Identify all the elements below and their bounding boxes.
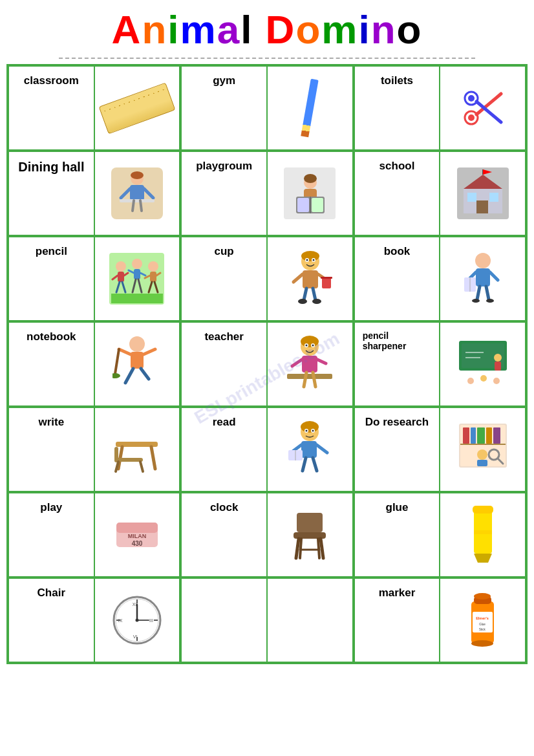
glue-stick-icon: Elmer's Glue Stick bbox=[465, 590, 500, 651]
domino-row-1-col-3: toilets bbox=[354, 65, 526, 151]
teacher-icon bbox=[284, 335, 335, 393]
svg-text:MILAN: MILAN bbox=[128, 533, 147, 539]
svg-line-107 bbox=[140, 462, 143, 471]
svg-point-35 bbox=[132, 259, 142, 269]
svg-point-169 bbox=[471, 640, 493, 647]
svg-point-5 bbox=[468, 95, 475, 102]
word-book: book bbox=[381, 243, 413, 261]
domino-row-3-col-1: pencil bbox=[8, 236, 180, 321]
svg-line-140 bbox=[321, 539, 323, 558]
svg-line-46 bbox=[155, 282, 158, 292]
svg-point-84 bbox=[306, 345, 308, 347]
svg-rect-124 bbox=[471, 427, 476, 444]
domino-row-6-col-1: play MILAN 430 bbox=[8, 492, 180, 578]
domino-row-5-col-3: Do research bbox=[354, 407, 526, 492]
word-read: read bbox=[210, 413, 239, 431]
svg-rect-19 bbox=[297, 198, 309, 212]
svg-point-62 bbox=[475, 253, 491, 268]
svg-rect-11 bbox=[120, 199, 155, 202]
svg-line-13 bbox=[140, 200, 142, 211]
svg-rect-105 bbox=[114, 447, 118, 462]
svg-line-33 bbox=[116, 282, 120, 292]
cell-img-research bbox=[440, 407, 526, 491]
svg-line-75 bbox=[144, 349, 155, 354]
domino-row-5-col-1: write bbox=[8, 407, 180, 492]
word-glue: glue bbox=[383, 499, 411, 517]
cell-img-pencil bbox=[267, 66, 353, 150]
svg-rect-126 bbox=[486, 427, 492, 444]
svg-point-113 bbox=[312, 430, 314, 432]
svg-point-81 bbox=[301, 336, 319, 347]
svg-rect-30 bbox=[118, 272, 124, 282]
svg-text:III: III bbox=[149, 618, 153, 623]
svg-line-31 bbox=[112, 275, 118, 279]
cell-img-kids-running bbox=[94, 237, 180, 321]
svg-point-98 bbox=[467, 378, 474, 384]
svg-rect-20 bbox=[312, 198, 323, 212]
cell-text-do-research: Do research bbox=[354, 407, 440, 491]
svg-line-87 bbox=[292, 360, 302, 366]
svg-line-12 bbox=[133, 200, 134, 211]
highlighter-icon bbox=[464, 504, 502, 566]
dancer-icon bbox=[112, 335, 161, 393]
word-pencil: pencil bbox=[33, 243, 70, 261]
svg-line-65 bbox=[490, 272, 498, 280]
cell-img-teacher bbox=[267, 322, 353, 406]
domino-row-4-col-2: teacher bbox=[180, 321, 353, 407]
word-write: write bbox=[36, 413, 67, 431]
svg-point-100 bbox=[493, 378, 500, 384]
svg-point-71 bbox=[486, 299, 494, 303]
svg-point-109 bbox=[301, 421, 319, 433]
cell-text-pencil: pencil bbox=[8, 237, 94, 321]
svg-line-10 bbox=[144, 189, 153, 198]
svg-line-76 bbox=[125, 369, 133, 383]
school-desk-icon bbox=[109, 422, 164, 477]
svg-point-161 bbox=[135, 619, 138, 622]
cell-img-eraser: MILAN 430 bbox=[94, 493, 180, 577]
svg-rect-36 bbox=[134, 269, 140, 279]
cell-text-dining-hall: Dining hall bbox=[8, 151, 94, 235]
svg-text:VI: VI bbox=[133, 634, 138, 639]
svg-line-69 bbox=[486, 286, 489, 299]
word-gym: gym bbox=[210, 72, 238, 90]
svg-line-103 bbox=[151, 447, 155, 469]
domino-row-7-col-2 bbox=[180, 578, 353, 663]
svg-point-85 bbox=[312, 345, 314, 347]
svg-point-60 bbox=[298, 299, 307, 304]
cell-text-pencil-sharpener: pencil sharpener bbox=[354, 322, 440, 406]
cell-text-gym: gym bbox=[181, 66, 267, 150]
svg-point-96 bbox=[494, 354, 502, 362]
domino-row-2-col-1: Dining hall bbox=[8, 151, 180, 236]
svg-rect-137 bbox=[297, 513, 323, 532]
svg-line-119 bbox=[303, 458, 306, 471]
word-marker: marker bbox=[376, 584, 418, 602]
svg-rect-123 bbox=[463, 427, 469, 444]
svg-point-99 bbox=[480, 375, 487, 382]
cell-img-book-person bbox=[440, 237, 526, 321]
svg-rect-8 bbox=[130, 185, 144, 200]
cell-text-school: school bbox=[354, 151, 440, 235]
word-clock: clock bbox=[208, 499, 240, 517]
domino-row-1-col-2: gym bbox=[180, 65, 353, 151]
cell-img-clock-face: XII III VI IX bbox=[94, 578, 180, 662]
cup-cartoon-icon bbox=[286, 250, 334, 308]
word-notebook: notebook bbox=[24, 328, 79, 346]
cell-text-book: book bbox=[354, 237, 440, 321]
book-person-icon bbox=[460, 252, 506, 307]
svg-rect-125 bbox=[477, 427, 485, 444]
classroom-chalkboard-icon bbox=[458, 338, 508, 390]
svg-line-44 bbox=[156, 273, 160, 275]
cell-text-marker: marker bbox=[354, 578, 440, 662]
domino-row-1-col-1: classroom bbox=[8, 65, 180, 151]
domino-row-7-col-3: marker Elmer's Glue Stick bbox=[354, 578, 526, 663]
scissors-icon bbox=[457, 82, 509, 134]
school-icon bbox=[457, 167, 509, 219]
domino-row-6-col-3: glue bbox=[354, 492, 526, 578]
svg-rect-114 bbox=[301, 441, 317, 458]
svg-rect-134 bbox=[116, 523, 158, 533]
word-pencil-sharpener: pencil sharpener bbox=[360, 328, 434, 354]
domino-row-2-col-2: playgroum bbox=[180, 151, 353, 236]
cell-img-glue-stick: Elmer's Glue Stick bbox=[440, 578, 526, 662]
svg-rect-53 bbox=[303, 270, 318, 288]
svg-point-41 bbox=[148, 261, 158, 272]
